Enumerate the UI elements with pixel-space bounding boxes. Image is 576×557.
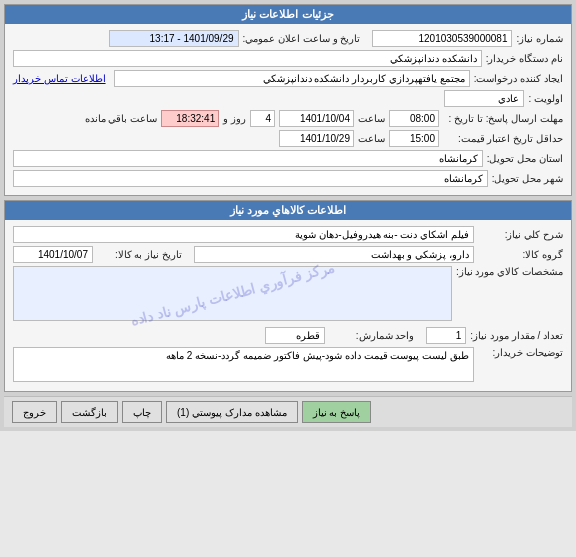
qty-value: 1 xyxy=(426,327,466,344)
section-body-info: شماره نياز: 1201030539000081 تاريخ و ساع… xyxy=(5,24,571,195)
submit-button[interactable]: پاسخ به نياز xyxy=(302,401,372,423)
row-city: شهر محل تحويل: کرمانشاه xyxy=(13,170,563,187)
description-value: فيلم اشکاي دنت -بنه هيدروفيل-دهان شوية xyxy=(13,226,474,243)
goods-section-header: اطلاعات کالاهاي مورد نياز xyxy=(5,201,571,220)
row-group-date: گروه کالا: دارو، پزشکي و بهداشت تاريخ ني… xyxy=(13,246,563,263)
row-validity: حداقل تاريخ اعتبار قيمت: 15:00 ساعت 1401… xyxy=(13,130,563,147)
date-label: تاريخ و ساعت اعلان عمومي: xyxy=(243,33,361,44)
specs-label: مشخصات کالاي مورد نياز: xyxy=(456,266,563,277)
validity-date: 1401/10/29 xyxy=(279,130,354,147)
request-creation-label: ايجاد کننده درخواست: xyxy=(474,73,563,84)
row-description: شرح کلي نياز: فيلم اشکاي دنت -بنه هيدروف… xyxy=(13,226,563,243)
row-buyer: نام دستگاه خريدار: دانشکده دندانپزشکي xyxy=(13,50,563,67)
back-button[interactable]: بازگشت xyxy=(61,401,118,423)
send-remain-label: ساعت باقي مانده xyxy=(85,113,158,124)
buyer-contact-link[interactable]: اطلاعات تماس خريدار xyxy=(13,73,106,84)
row-specs: مشخصات کالاي مورد نياز: مرکز فرآوري اطلا… xyxy=(13,266,563,324)
specs-watermark-area: مرکز فرآوري اطلاعات پارس ناد داده xyxy=(13,266,452,321)
exit-button[interactable]: خروج xyxy=(12,401,57,423)
buyer-name-value: دانشکده دندانپزشکي xyxy=(13,50,482,67)
goods-body: شرح کلي نياز: فيلم اشکاي دنت -بنه هيدروف… xyxy=(5,220,571,391)
priority-label: اولويت : xyxy=(528,93,563,104)
province-value: کرمانشاه xyxy=(13,150,483,167)
date-need-value: 1401/10/07 xyxy=(13,246,93,263)
unit-label: واحد شمارش: xyxy=(329,330,414,341)
send-day-value: 4 xyxy=(250,110,275,127)
send-date-label: مهلت ارسال پاسخ: تا تاريخ : xyxy=(443,113,563,124)
row-send-date: مهلت ارسال پاسخ: تا تاريخ : 08:00 ساعت 1… xyxy=(13,110,563,127)
qty-label: تعداد / مقدار مورد نياز: xyxy=(470,330,563,341)
goods-title: اطلاعات کالاهاي مورد نياز xyxy=(230,204,346,216)
send-day-label: روز و xyxy=(223,113,246,124)
row-request: ايجاد کننده درخواست: مجتمع يافتهپردازي ک… xyxy=(13,70,563,87)
validity-time-static: ساعت xyxy=(358,133,385,144)
notes-value: طبق ليست پيوست قيمت داده شود-پيش فاکتور … xyxy=(13,347,474,382)
description-label: شرح کلي نياز: xyxy=(478,229,563,240)
print-button[interactable]: چاپ xyxy=(122,401,162,423)
send-time1: 08:00 xyxy=(389,110,439,127)
goods-section: اطلاعات کالاهاي مورد نياز شرح کلي نياز: … xyxy=(4,200,572,392)
row-notes: توضيحات خريدار: طبق ليست پيوست قيمت داده… xyxy=(13,347,563,382)
unit-value: قطره xyxy=(265,327,325,344)
request-creation-value: مجتمع يافتهپردازي کاربردار دانشکده دندان… xyxy=(114,70,470,87)
city-label: شهر محل تحويل: xyxy=(492,173,563,184)
priority-value: عادي xyxy=(444,90,524,107)
section-header-info: جزئيات اطلاعات نياز xyxy=(5,5,571,24)
group-label: گروه کالا: xyxy=(478,249,563,260)
validity-label: حداقل تاريخ اعتبار قيمت: xyxy=(443,133,563,144)
main-container: جزئيات اطلاعات نياز شماره نياز: 12010305… xyxy=(0,0,576,431)
row-priority: اولويت : عادي xyxy=(13,90,563,107)
notes-label: توضيحات خريدار: xyxy=(478,347,563,358)
order-number-label: شماره نياز: xyxy=(516,33,563,44)
row-qty: تعداد / مقدار مورد نياز: 1 واحد شمارش: ق… xyxy=(13,327,563,344)
send-time-remain: 18:32:41 xyxy=(161,110,219,127)
order-number-value: 1201030539000081 xyxy=(372,30,512,47)
validity-time: 15:00 xyxy=(389,130,439,147)
send-time-static: ساعت xyxy=(358,113,385,124)
row-province: استان محل تحويل: کرمانشاه xyxy=(13,150,563,167)
city-value: کرمانشاه xyxy=(13,170,488,187)
row-order: شماره نياز: 1201030539000081 تاريخ و ساع… xyxy=(13,30,563,47)
group-value: دارو، پزشکي و بهداشت xyxy=(194,246,474,263)
send-date1: 1401/10/04 xyxy=(279,110,354,127)
button-row: خروج بازگشت چاپ مشاهده مدارک پيوستي (1) … xyxy=(4,396,572,427)
province-label: استان محل تحويل: xyxy=(487,153,563,164)
section-title: جزئيات اطلاعات نياز xyxy=(242,8,333,20)
date-value: 1401/09/29 - 13:17 xyxy=(109,30,239,47)
view-docs-button[interactable]: مشاهده مدارک پيوستي (1) xyxy=(166,401,298,423)
buyer-name-label: نام دستگاه خريدار: xyxy=(486,53,563,64)
date-need-label: تاريخ نياز به کالا: xyxy=(97,249,182,260)
info-section: جزئيات اطلاعات نياز شماره نياز: 12010305… xyxy=(4,4,572,196)
watermark-text: مرکز فرآوري اطلاعات پارس ناد داده xyxy=(128,258,336,328)
